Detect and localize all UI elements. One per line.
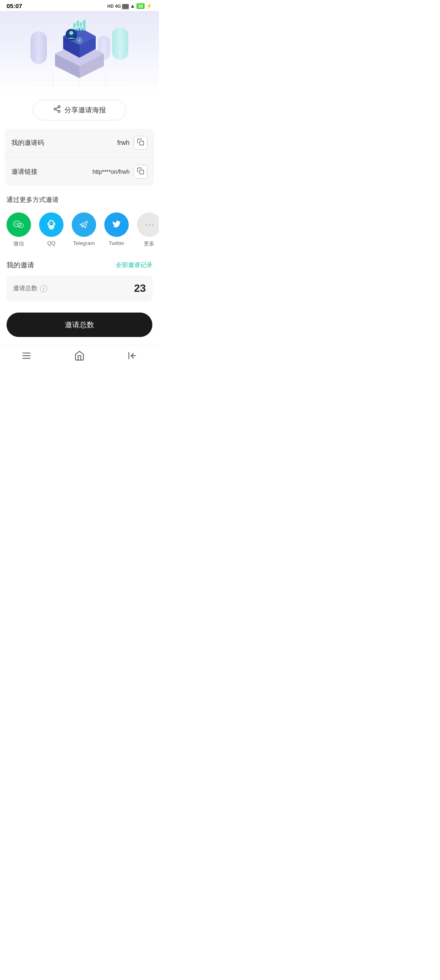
qq-label: QQ	[47, 240, 55, 246]
platform-svg	[47, 19, 112, 80]
svg-rect-23	[140, 141, 144, 145]
more-label: 更多	[144, 240, 154, 247]
status-icons: HD 4G ▓▓ ▲ 38 ⚡	[107, 3, 152, 9]
cylinder-right-teal	[112, 27, 128, 60]
qq-share-item[interactable]: QQ	[39, 212, 64, 246]
svg-point-36	[52, 223, 53, 223]
share-button-wrap: 分享邀请海报	[0, 92, 159, 129]
svg-line-22	[56, 107, 58, 108]
invite-link-label: 邀请链接	[11, 168, 37, 176]
flash-icon: ⚡	[146, 3, 152, 9]
telegram-share-item[interactable]: Telegram	[72, 212, 96, 246]
invite-code-value-wrap: frwh	[117, 136, 147, 150]
social-section: 通过更多方式邀请 微信	[0, 186, 159, 251]
bottom-button-wrap: 邀请总数	[0, 306, 159, 345]
svg-point-35	[50, 223, 51, 223]
svg-point-19	[54, 108, 56, 110]
invitation-section: 我的邀请 全部邀请记录 邀请总数 i 23	[0, 251, 159, 306]
wechat-icon	[12, 218, 25, 231]
svg-point-11	[69, 31, 73, 35]
svg-point-39	[47, 223, 49, 225]
nav-bar	[0, 345, 159, 372]
all-records-link[interactable]: 全部邀请记录	[116, 261, 152, 269]
invite-link-value: http****on/frwh	[92, 168, 130, 175]
grid-lines	[26, 72, 132, 88]
invitation-stat-card: 邀请总数 i 23	[7, 276, 152, 301]
copy-link-icon	[137, 167, 144, 176]
qq-icon	[45, 219, 57, 231]
svg-rect-6	[73, 23, 76, 31]
stat-label-wrap: 邀请总数 i	[13, 284, 47, 292]
qq-icon-circle	[39, 212, 64, 237]
svg-point-13	[79, 39, 81, 42]
wechat-label: 微信	[13, 240, 24, 247]
twitter-icon-circle	[104, 212, 129, 237]
svg-point-18	[58, 106, 60, 108]
svg-point-32	[49, 221, 53, 226]
invitation-title: 我的邀请	[7, 260, 34, 270]
cylinder-left	[31, 31, 47, 64]
svg-rect-9	[83, 20, 86, 31]
stat-info-icon[interactable]: i	[40, 285, 47, 292]
signal-bars-icon: ▓▓	[122, 4, 129, 9]
wifi-icon: ▲	[130, 3, 135, 9]
svg-rect-24	[140, 170, 144, 174]
svg-point-29	[20, 225, 20, 226]
nav-home-button[interactable]	[70, 350, 89, 363]
telegram-icon-circle	[72, 212, 96, 237]
svg-point-26	[15, 223, 17, 225]
home-icon	[74, 350, 85, 363]
telegram-label: Telegram	[73, 240, 95, 246]
svg-point-25	[13, 221, 21, 227]
wechat-icon-circle	[7, 212, 31, 237]
copy-invite-code-button[interactable]	[134, 136, 147, 150]
svg-point-20	[58, 110, 60, 112]
info-card: 我的邀请码 frwh 邀请链接 http****on/frwh	[5, 129, 154, 186]
svg-rect-38	[49, 229, 53, 230]
wechat-share-item[interactable]: 微信	[7, 212, 31, 247]
invite-code-row: 我的邀请码 frwh	[5, 129, 154, 157]
telegram-icon	[78, 219, 90, 231]
more-dots-icon: ···	[145, 219, 155, 230]
svg-line-21	[56, 109, 58, 111]
battery-icon: 38	[136, 3, 145, 9]
twitter-label: Twitter	[109, 240, 124, 246]
status-bar: 05:07 HD 4G ▓▓ ▲ 38 ⚡	[0, 0, 159, 11]
invite-link-value-wrap: http****on/frwh	[92, 165, 147, 179]
svg-point-40	[53, 223, 55, 225]
more-icon-circle: ···	[137, 212, 159, 237]
hero-illustration	[26, 15, 132, 88]
more-share-item[interactable]: ··· 更多	[137, 212, 159, 247]
hero-section	[0, 11, 159, 92]
svg-point-30	[21, 225, 22, 226]
share-button-label: 分享邀请海报	[64, 105, 106, 115]
stat-label: 邀请总数	[13, 284, 37, 292]
signal-4g-icon: 4G	[115, 4, 121, 9]
twitter-icon	[110, 219, 123, 231]
copy-icon	[137, 138, 144, 147]
twitter-share-item[interactable]: Twitter	[104, 212, 129, 246]
social-icons-row: 微信 QQ	[7, 212, 152, 247]
network-icon: HD	[107, 4, 114, 9]
status-time: 05:07	[7, 2, 22, 9]
nav-menu-button[interactable]	[17, 350, 36, 363]
nav-back-button[interactable]	[123, 350, 142, 363]
share-icon	[53, 105, 61, 115]
invite-code-label: 我的邀请码	[11, 139, 44, 147]
menu-icon	[21, 350, 32, 363]
share-poster-button[interactable]: 分享邀请海报	[33, 100, 126, 120]
svg-rect-7	[77, 21, 79, 31]
invite-total-button[interactable]: 邀请总数	[7, 313, 152, 337]
copy-invite-link-button[interactable]	[134, 165, 147, 179]
stat-value: 23	[134, 282, 146, 295]
invite-code-value: frwh	[117, 139, 130, 147]
invitation-header: 我的邀请 全部邀请记录	[7, 260, 152, 270]
social-section-title: 通过更多方式邀请	[7, 196, 152, 204]
invite-link-row: 邀请链接 http****on/frwh	[5, 157, 154, 186]
back-icon	[127, 350, 138, 363]
